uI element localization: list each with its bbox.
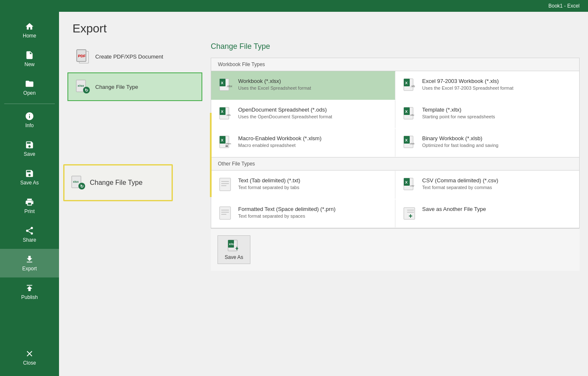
svg-rect-31 <box>226 145 228 147</box>
callout-label: Change File Type <box>90 179 142 187</box>
file-type-csv[interactable]: X .csv CSV (Comma delimited) (*.csv) Tex… <box>395 171 580 199</box>
prn-text: Formatted Text (Space delimited) (*.prn)… <box>238 206 336 219</box>
file-type-ods[interactable]: X .ods OpenDocument Spreadsheet (*.ods) … <box>211 100 395 128</box>
home-icon <box>25 22 34 31</box>
open-icon <box>25 79 34 88</box>
content-body: PDF Create PDF/XPS Document xlsx ↻ Chang… <box>59 42 588 376</box>
svg-text:.xltx: .xltx <box>410 114 414 116</box>
xls-name: Excel 97-2003 Workbook (*.xls) <box>422 78 513 84</box>
title-bar-text: Book1 - Excel <box>548 3 580 9</box>
sidebar-item-print-label: Print <box>24 208 35 214</box>
sidebar-item-close-label: Close <box>23 360 36 366</box>
txt-icon <box>219 177 234 192</box>
svg-text:↻: ↻ <box>85 88 88 93</box>
sidebar-item-share[interactable]: Share <box>0 220 59 249</box>
other-text: Save as Another File Type <box>422 206 486 213</box>
title-bar: Book1 - Excel <box>0 0 588 12</box>
save-as-container: xlsx Save As <box>211 228 580 271</box>
svg-text:xlsx: xlsx <box>73 180 79 183</box>
svg-text:.xlsx: .xlsx <box>226 85 233 88</box>
connector-line <box>210 113 212 197</box>
publish-icon <box>25 283 34 293</box>
file-type-xlsb[interactable]: X .xlsb Binary Workbook (*.xlsb) Optimiz… <box>395 128 580 157</box>
xls-icon: X .xls <box>403 78 418 93</box>
sidebar-item-publish[interactable]: Publish <box>0 277 59 306</box>
svg-text:xlsx: xlsx <box>229 242 236 246</box>
callout-box: xlsx ↻ Change File Type <box>63 164 173 201</box>
xlsm-desc: Macro enabled spreadsheet <box>238 142 322 148</box>
right-panel: Change File Type Workbook File Types X <box>202 42 588 376</box>
sidebar-item-open[interactable]: Open <box>0 73 59 102</box>
sidebar-item-save[interactable]: Save <box>0 134 59 163</box>
sidebar-item-print[interactable]: Print <box>0 192 59 220</box>
file-type-other[interactable]: Save as Another File Type <box>395 199 580 228</box>
svg-text:PDF: PDF <box>78 54 86 58</box>
txt-text: Text (Tab delimited) (*.txt) Text format… <box>238 177 300 190</box>
svg-text:↻: ↻ <box>80 184 83 189</box>
ods-desc: Uses the OpenDocument Spreadsheet format <box>238 114 332 120</box>
xlsx-text: Workbook (*.xlsx) Uses the Excel Spreads… <box>238 78 311 91</box>
save-as-btn-label: Save As <box>225 254 243 260</box>
export-icon <box>25 255 34 264</box>
sidebar-item-publish-label: Publish <box>21 294 38 300</box>
xlsb-desc: Optimized for fast loading and saving <box>422 142 499 148</box>
sidebar-item-export[interactable]: Export <box>0 249 59 277</box>
xlsx-icon: X .xlsx <box>219 78 234 93</box>
sidebar-item-info-label: Info <box>25 123 34 128</box>
xlsx-desc: Uses the Excel Spreadsheet format <box>238 85 311 91</box>
other-name: Save as Another File Type <box>422 206 486 212</box>
csv-name: CSV (Comma delimited) (*.csv) <box>422 177 499 184</box>
create-pdf-label: Create PDF/XPS Document <box>95 53 163 60</box>
xlsx-name: Workbook (*.xlsx) <box>238 78 311 84</box>
sidebar-item-new[interactable]: New <box>0 45 59 73</box>
svg-text:X: X <box>405 180 408 184</box>
xls-desc: Uses the Excel 97-2003 Spreadsheet forma… <box>422 85 513 91</box>
svg-text:X: X <box>221 81 223 85</box>
file-type-xlsx[interactable]: X .xlsx Workbook (*.xlsx) Uses the Excel… <box>211 71 395 100</box>
export-option-change-file-type[interactable]: xlsx ↻ Change File Type <box>67 72 202 101</box>
sidebar-item-open-label: Open <box>23 90 35 96</box>
section-title: Change File Type <box>211 42 580 51</box>
svg-text:X: X <box>221 109 223 114</box>
sidebar-item-home-label: Home <box>23 33 36 39</box>
workbook-file-type-grid: X .xlsx Workbook (*.xlsx) Uses the Excel… <box>211 71 579 157</box>
xlsb-icon: X .xlsb <box>403 135 418 150</box>
csv-desc: Text format separated by commas <box>422 184 499 190</box>
xltx-desc: Starting point for new spreadsheets <box>422 114 495 120</box>
file-type-txt[interactable]: Text (Tab delimited) (*.txt) Text format… <box>211 171 395 199</box>
close-icon <box>25 349 34 358</box>
sidebar-divider-1 <box>4 104 55 104</box>
sidebar-item-save-as[interactable]: Save As <box>0 163 59 192</box>
other-section-header: Other File Types <box>211 157 579 171</box>
file-type-xltx[interactable]: X .xltx Template (*.xltx) Starting point… <box>395 100 580 128</box>
sidebar-item-info[interactable]: Info <box>0 106 59 134</box>
sidebar-item-save-label: Save <box>24 151 35 157</box>
svg-text:.ods: .ods <box>226 114 231 116</box>
ods-icon: X .ods <box>219 107 234 122</box>
save-icon <box>25 140 34 149</box>
txt-name: Text (Tab delimited) (*.txt) <box>238 177 300 184</box>
svg-text:X: X <box>405 109 408 114</box>
new-icon <box>25 51 34 60</box>
sidebar-item-save-as-label: Save As <box>20 180 39 186</box>
svg-text:.xlsm: .xlsm <box>225 142 231 145</box>
page-title: Export <box>59 12 588 42</box>
xltx-name: Template (*.xltx) <box>422 107 495 113</box>
file-type-prn[interactable]: Formatted Text (Space delimited) (*.prn)… <box>211 199 395 228</box>
export-option-create-pdf[interactable]: PDF Create PDF/XPS Document <box>67 42 202 71</box>
xlsm-text: Macro-Enabled Workbook (*.xlsm) Macro en… <box>238 135 322 148</box>
sidebar-item-close[interactable]: Close <box>0 343 59 372</box>
xlsb-name: Binary Workbook (*.xlsb) <box>422 135 499 141</box>
other-file-type-grid: Text (Tab delimited) (*.txt) Text format… <box>211 171 579 228</box>
xlsm-icon: X .xlsm <box>219 135 234 150</box>
change-file-type-sidebar-icon: xlsx ↻ <box>75 79 90 94</box>
csv-icon: X .csv <box>403 177 418 192</box>
xls-text: Excel 97-2003 Workbook (*.xls) Uses the … <box>422 78 513 91</box>
xlsm-name: Macro-Enabled Workbook (*.xlsm) <box>238 135 322 141</box>
file-type-xls[interactable]: X .xls Excel 97-2003 Workbook (*.xls) Us… <box>395 71 580 100</box>
svg-text:xlsx: xlsx <box>78 84 84 88</box>
svg-text:X: X <box>405 138 408 142</box>
save-as-button[interactable]: xlsx Save As <box>217 235 250 264</box>
file-type-xlsm[interactable]: X .xlsm Macro-Enabled Workbook (*.xlsm) … <box>211 128 395 157</box>
sidebar-item-home[interactable]: Home <box>0 16 59 45</box>
